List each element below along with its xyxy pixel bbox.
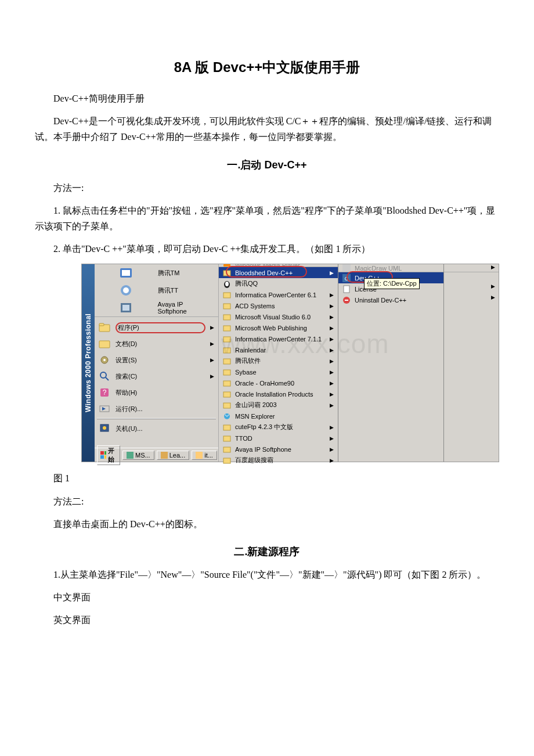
step-1: 1. 鼠标点击任务栏中的"开始"按钮，选"程序"菜单项，然后选"程序"下的子菜单… [35, 203, 499, 234]
app-icon [98, 301, 154, 315]
method-2-label: 方法二: [35, 494, 499, 509]
menu-label: 关机(U)... [116, 424, 215, 433]
folder-icon [222, 290, 232, 300]
program-item[interactable]: TTOD▶ [219, 433, 338, 444]
program-item[interactable]: 百度超级搜霸▶ [219, 455, 338, 466]
app-icon [222, 412, 232, 421]
menu-programs[interactable]: 程序(P) ▶ [95, 319, 218, 336]
svg-rect-45 [223, 458, 230, 463]
section-2-text-3: 英文界面 [35, 612, 499, 628]
svg-rect-40 [223, 403, 230, 408]
menu-search[interactable]: 搜索(C) ▶ [95, 368, 218, 384]
program-item[interactable]: Microsoft Web Publishing▶ [219, 322, 338, 333]
svg-point-11 [100, 372, 106, 378]
program-item[interactable]: Rainlendar▶ [219, 344, 338, 355]
program-item[interactable]: Informatica PowerCenter 6.1▶ [219, 289, 338, 300]
folder-icon [222, 268, 232, 278]
section-2-text-1: 1.从主菜单选择"File"—〉"New"—〉"Source File"("文件… [35, 567, 499, 582]
pinned-label: 腾讯TM [158, 269, 214, 278]
program-item[interactable]: cuteFtp 4.2.3 中文版▶ [219, 422, 338, 433]
folder-icon [222, 401, 232, 410]
figure-1-screenshot: Windows 2000 Professional 腾讯TM 腾讯TT [81, 264, 499, 462]
svg-rect-5 [122, 305, 129, 311]
program-item-bloodshed[interactable]: Bloodshed Dev-C++ ▶ [219, 267, 338, 278]
submenu-arrow-icon: ▶ [330, 424, 334, 430]
folder-icon [222, 334, 232, 344]
figure-1-caption: 图 1 [35, 470, 499, 486]
folder-icon [222, 445, 232, 454]
gear-icon [98, 354, 111, 366]
svg-text:C: C [345, 276, 349, 282]
program-label: Informatica PowerCenter 6.1 [235, 291, 326, 298]
taskbar-button[interactable]: MS... [122, 451, 154, 460]
section-2-heading: 二.新建源程序 [35, 545, 499, 559]
program-label: Avaya IP Softphone [235, 446, 326, 453]
app-icon [98, 266, 154, 280]
pinned-tencent-tt[interactable]: 腾讯TT [95, 282, 218, 299]
step-2: 2. 单击"Dev-C ++"菜单项，即可启动 Dev-C ++集成开发工具。（… [35, 241, 499, 257]
pinned-avaya[interactable]: Avaya IP Softphone [95, 299, 218, 316]
section-1-heading: 一.启动 Dev-C++ [35, 158, 499, 172]
menu-help[interactable]: ? 帮助(H) [95, 384, 218, 401]
submenu-arrow-icon: ▶ [330, 270, 334, 276]
taskbar-button[interactable]: it... [192, 451, 217, 460]
program-item[interactable]: Avaya IP Softphone▶ [219, 444, 338, 455]
svg-rect-35 [223, 348, 230, 353]
svg-rect-37 [223, 370, 230, 375]
program-label: Informatica PowerCenter 7.1.1 [235, 336, 326, 343]
submenu-arrow-icon: ▶ [330, 314, 334, 320]
svg-rect-43 [223, 436, 230, 441]
submenu-arrow-icon: ▶ [330, 369, 334, 375]
uninstall-icon [342, 296, 351, 305]
menu-settings[interactable]: 设置(S) ▶ [95, 352, 218, 368]
menu-run[interactable]: 运行(R)... [95, 401, 218, 417]
program-label: TTOD [235, 435, 326, 442]
submenu-arrow-icon: ▶ [330, 325, 334, 331]
pinned-tencent-tm[interactable]: 腾讯TM [95, 264, 218, 282]
menu-documents[interactable]: 文档(D) ▶ [95, 336, 218, 352]
svg-point-18 [103, 426, 106, 430]
menu-label: 搜索(C) [116, 372, 205, 381]
submenu-arrow-icon: ▶ [210, 341, 215, 347]
program-item[interactable]: ACD Systems▶ [219, 300, 338, 311]
svg-rect-21 [100, 455, 104, 459]
submenu-arrow-icon: ▶ [330, 435, 334, 441]
svg-rect-49 [344, 286, 349, 293]
document-icon [342, 285, 351, 294]
menu-shutdown[interactable]: 关机(U)... [95, 420, 218, 437]
program-item[interactable]: Informatica PowerCenter 7.1.1▶ [219, 333, 338, 344]
program-item-qq[interactable]: 腾讯QQ [219, 278, 338, 289]
program-item[interactable]: Oracle Installation Products▶ [219, 388, 338, 399]
program-item[interactable]: 金山词霸 2003▶ [219, 399, 338, 411]
program-item[interactable]: Microsoft Visual Studio 6.0▶ [219, 311, 338, 322]
program-label: 百度超级搜霸 [235, 456, 326, 465]
svg-point-3 [123, 287, 129, 293]
submenu-overflow: ▶ ▶ ▶ [444, 264, 499, 462]
taskbar-button[interactable]: Lea... [157, 451, 190, 460]
shutdown-icon [98, 423, 111, 434]
program-label: Rainlendar [235, 347, 326, 354]
folder-icon [222, 368, 232, 377]
program-item[interactable]: MSN Explorer [219, 411, 338, 422]
submenu-item-uninstall[interactable]: Uninstall Dev-C++ [338, 294, 443, 305]
folder-icon [222, 345, 232, 355]
submenu-arrow-icon: ▶ [330, 347, 334, 353]
start-button[interactable]: 开始 [97, 445, 120, 465]
app-icon [98, 283, 154, 297]
program-item[interactable]: Oracle - OraHome90▶ [219, 377, 338, 388]
taskbar-button-label: Lea... [169, 452, 186, 459]
svg-rect-20 [104, 451, 106, 455]
submenu-item-magicdraw[interactable]: MagicDraw UML [338, 264, 443, 272]
svg-rect-22 [104, 455, 106, 459]
folder-icon [222, 323, 232, 333]
svg-point-29 [225, 282, 229, 286]
programs-submenu: Windows Media Player Bloodshed Dev-C++ ▶… [219, 264, 338, 462]
program-item[interactable]: 腾讯软件▶ [219, 355, 338, 366]
start-label: 开始 [108, 447, 117, 464]
location-tooltip: 位置: C:\Dev-Cpp [364, 278, 420, 289]
menu-label: 文档(D) [116, 340, 205, 348]
program-item[interactable]: Sybase▶ [219, 366, 338, 377]
program-label: Microsoft Web Publishing [235, 325, 326, 332]
svg-rect-7 [99, 323, 104, 326]
section-2-text-2: 中文界面 [35, 589, 499, 605]
